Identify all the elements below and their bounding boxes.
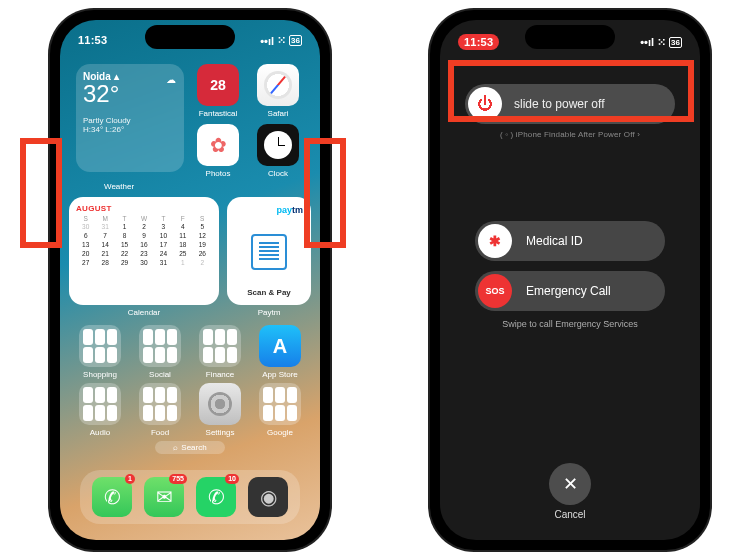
medical-id-label: Medical ID	[526, 234, 583, 248]
status-icons: ••ıl ⁙ 36	[260, 34, 302, 47]
battery-icon: 36	[669, 37, 682, 48]
calendar-month: AUGUST	[76, 204, 212, 213]
badge: 10	[225, 474, 239, 484]
folder-social[interactable]: Social	[134, 325, 186, 379]
cloud-icon: ☁︎	[166, 74, 176, 85]
folder-icon	[79, 383, 121, 425]
folder-finance[interactable]: Finance	[194, 325, 246, 379]
signal-icon: ••ıl	[640, 36, 654, 48]
widget-label: Calendar	[128, 308, 160, 317]
weather-temp: 32°	[83, 82, 177, 106]
folder-icon	[199, 325, 241, 367]
app-label: Clock	[268, 169, 288, 178]
sos-label: Emergency Call	[526, 284, 611, 298]
home-screen: 11:53 ••ıl ⁙ 36 Noida ▴ 32° ☁︎ Partly Cl…	[60, 20, 320, 540]
qr-icon	[251, 234, 287, 270]
search-icon: ⌕	[173, 443, 178, 452]
whatsapp-icon: ✆	[208, 485, 225, 509]
appstore-icon: A	[259, 325, 301, 367]
folder-google[interactable]: Google	[254, 383, 306, 437]
folder-label: Social	[149, 370, 171, 379]
medical-id-icon: ✱	[478, 224, 512, 258]
folder-label: Audio	[90, 428, 110, 437]
app-label: Settings	[206, 428, 235, 437]
weather-hilo: H:34° L:26°	[83, 125, 177, 134]
fantastical-icon: 28	[197, 64, 239, 106]
battery-icon: 36	[289, 35, 302, 46]
folder-food[interactable]: Food	[134, 383, 186, 437]
app-appstore[interactable]: AApp Store	[254, 325, 306, 379]
safari-icon	[257, 64, 299, 106]
signal-icon: ••ıl	[260, 35, 274, 47]
dock-camera[interactable]: ◉	[248, 477, 288, 517]
app-fantastical[interactable]: 28 Fantastical	[192, 64, 244, 118]
cancel-button[interactable]: ✕	[549, 463, 591, 505]
folder-icon	[139, 325, 181, 367]
scan-label: Scan & Pay	[247, 288, 291, 297]
highlight-power-slider	[448, 60, 694, 122]
weather-widget[interactable]: Noida ▴ 32° ☁︎ Partly Cloudy H:34° L:26°	[76, 64, 184, 172]
app-clock[interactable]: Clock	[252, 124, 304, 178]
badge: 755	[169, 474, 187, 484]
cell-icon: ⁙	[657, 36, 666, 49]
calendar-grid: SMTWTFS303112345678910111213141516171819…	[76, 215, 212, 267]
sos-icon: SOS	[478, 274, 512, 308]
highlight-volume-buttons	[20, 138, 62, 248]
swipe-hint: Swipe to call Emergency Services	[502, 319, 638, 329]
dynamic-island	[525, 25, 615, 49]
paytm-logo: paytm	[276, 205, 303, 215]
iphone-home-mock: 11:53 ••ıl ⁙ 36 Noida ▴ 32° ☁︎ Partly Cl…	[50, 10, 330, 550]
cancel-label: Cancel	[554, 509, 585, 520]
phone-icon: ✆	[104, 485, 121, 509]
widget-label: Paytm	[258, 308, 281, 317]
weather-condition: Partly Cloudy	[83, 116, 177, 125]
folder-label: Food	[151, 428, 169, 437]
status-time: 11:53	[78, 34, 107, 47]
medical-id-slider[interactable]: ✱ Medical ID	[475, 221, 665, 261]
dock: ✆1 ✉︎755 ✆10 ◉	[80, 470, 300, 524]
dynamic-island	[145, 25, 235, 49]
dock-whatsapp[interactable]: ✆10	[196, 477, 236, 517]
folder-icon	[79, 325, 121, 367]
clock-icon	[257, 124, 299, 166]
app-photos[interactable]: ✿ Photos	[192, 124, 244, 178]
highlight-side-button	[304, 138, 346, 248]
folder-icon	[259, 383, 301, 425]
calendar-widget[interactable]: AUGUST SMTWTFS30311234567891011121314151…	[69, 197, 219, 305]
folder-shopping[interactable]: Shopping	[74, 325, 126, 379]
spotlight-search[interactable]: ⌕ Search	[155, 441, 225, 454]
badge: 1	[125, 474, 135, 484]
app-safari[interactable]: Safari	[252, 64, 304, 118]
camera-icon: ◉	[260, 485, 277, 509]
app-label: Photos	[206, 169, 231, 178]
photos-icon: ✿	[197, 124, 239, 166]
folder-audio[interactable]: Audio	[74, 383, 126, 437]
app-label: Fantastical	[199, 109, 238, 118]
messages-icon: ✉︎	[156, 485, 173, 509]
app-label: App Store	[262, 370, 298, 379]
search-label: Search	[181, 443, 206, 452]
settings-icon	[199, 383, 241, 425]
app-label: Safari	[268, 109, 289, 118]
folder-label: Shopping	[83, 370, 117, 379]
paytm-widget[interactable]: paytm Scan & Pay	[227, 197, 311, 305]
status-time: 11:53	[458, 34, 499, 50]
dock-phone[interactable]: ✆1	[92, 477, 132, 517]
widget-label: Weather	[104, 182, 310, 191]
folder-label: Finance	[206, 370, 234, 379]
emergency-sos-slider[interactable]: SOS Emergency Call	[475, 271, 665, 311]
cell-icon: ⁙	[277, 34, 286, 47]
close-icon: ✕	[563, 473, 578, 495]
app-settings[interactable]: Settings	[194, 383, 246, 437]
status-icons: ••ıl ⁙ 36	[640, 34, 682, 50]
folder-label: Google	[267, 428, 293, 437]
dock-messages[interactable]: ✉︎755	[144, 477, 184, 517]
findable-text[interactable]: ( ◦ ) iPhone Findable After Power Off ›	[500, 130, 640, 139]
folder-icon	[139, 383, 181, 425]
